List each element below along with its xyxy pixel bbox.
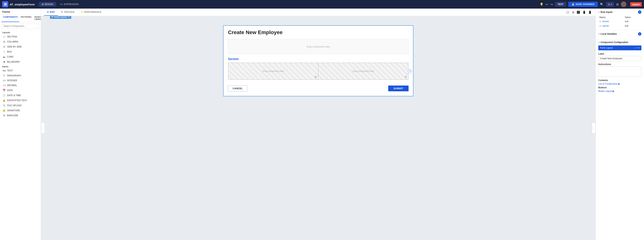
link-out-icon[interactable]: ⤢: [635, 47, 636, 49]
tab-design[interactable]: ⊞ DESIGN: [39, 2, 56, 6]
palette-item-side-by-side[interactable]: ⊟ SIDE BY SIDE: [0, 44, 41, 49]
tab-performance[interactable]: ⚡ PERFORMANCE: [78, 9, 104, 16]
record-link[interactable]: record: [602, 20, 608, 23]
instructions-textarea[interactable]: [598, 66, 642, 77]
form-actions: CANCEL SUBMIT: [228, 83, 408, 91]
view-icons: ⬜ 🖥 ⬛ 📱 📱: [565, 10, 592, 14]
avatar[interactable]: 👤: [621, 1, 626, 7]
palette-item-text[interactable]: Abc TEXT: [0, 68, 41, 73]
form-title: Create New Employee: [228, 29, 408, 35]
config-selected-item: Form Layout ❓ ⤢ ✏: [598, 45, 642, 50]
help-icon: ❓: [622, 47, 625, 49]
expression-icon: </>: [60, 3, 63, 5]
palette-item-paragraph[interactable]: ¶ PARAGRAPH: [0, 73, 41, 78]
buttons-link[interactable]: Button Layout ▶: [598, 90, 614, 92]
view-tablet-land[interactable]: ⬛: [576, 10, 581, 14]
integer-icon: 123: [2, 80, 6, 82]
label-input[interactable]: [598, 56, 642, 61]
form-body: Create New Employee Drop component here …: [224, 26, 413, 96]
editor-toolbar: ✏ EDIT 👁 PREVIEW ⚡ PERFORMANCE ⬜ 🖥 ⬛ 📱 📱: [41, 8, 596, 16]
edit-config-icon[interactable]: ✏: [638, 47, 640, 49]
tab-preview[interactable]: 👁 PREVIEW: [58, 9, 77, 16]
palette: Palette COMPONENTS PATTERNS DESIGN LIBRA…: [0, 8, 41, 240]
contents-title: Contents: [598, 79, 642, 82]
tab-design-library[interactable]: DESIGN LIBRARY: [33, 14, 41, 22]
config-item-icons: ⤢ ✏: [635, 47, 640, 49]
editor-area: ✏ EDIT 👁 PREVIEW ⚡ PERFORMANCE ⬜ 🖥 ⬛ 📱 📱: [41, 8, 596, 240]
buttons-title: Buttons: [598, 86, 642, 89]
rule-inputs-add-button[interactable]: +: [638, 10, 642, 14]
view-tablet[interactable]: 📱: [582, 10, 587, 14]
columns-icon: ⊞: [2, 40, 6, 43]
app-logo: ⊞ AT_employeeForm: [2, 1, 35, 7]
palette-item-box[interactable]: □ BOX: [0, 49, 41, 54]
view-mobile[interactable]: 📱: [588, 10, 592, 14]
palette-item-datetime[interactable]: 🕐 DATE & TIME: [0, 93, 41, 98]
palette-item-file-upload[interactable]: 📎 FILE UPLOAD: [0, 103, 41, 108]
palette-item-section[interactable]: ▭ SECTION: [0, 34, 41, 39]
columns-wrapper: Drop component here 🗑 Drop component her…: [228, 63, 408, 80]
signature-icon: ✍: [2, 109, 6, 112]
palette-item-barcode[interactable]: ⊞ BARCODE: [0, 113, 41, 118]
palette-item-billboard[interactable]: ▮ BILLBOARD: [0, 59, 41, 64]
view-desktop[interactable]: 🖥: [571, 10, 575, 14]
view-desktop-wide[interactable]: ⬜: [565, 10, 570, 14]
cancel-link[interactable]: cancel: [602, 24, 609, 27]
palette-item-date[interactable]: 📅 DATE: [0, 88, 41, 93]
form-canvas: Create New Employee Drop component here …: [223, 25, 414, 96]
column-add-button[interactable]: +: [408, 69, 412, 73]
palette-item-card[interactable]: ▬ CARD: [0, 54, 41, 59]
palette-item-encrypted-text[interactable]: 🔒 ENCRYPTED TEXT: [0, 98, 41, 103]
column-1-delete-icon[interactable]: 🗑: [314, 75, 317, 78]
form-layout-icon: ⊞: [52, 16, 53, 18]
form-layout-dropdown-icon[interactable]: ▼: [68, 16, 70, 18]
cancel-value: null: [624, 24, 641, 28]
lightbulb-icon[interactable]: 💡: [540, 2, 544, 6]
undo-button[interactable]: ↩: [546, 2, 548, 6]
local-variables-add-button[interactable]: +: [638, 32, 642, 36]
local-variables-title: Local Variables: [598, 33, 617, 35]
paragraph-icon: ¶: [2, 74, 6, 77]
file-upload-icon: 📎: [2, 104, 6, 107]
buttons-link-row: Button Layout ▶: [598, 90, 642, 92]
tab-edit[interactable]: ✏ EDIT: [44, 9, 58, 16]
column-drop-2[interactable]: Drop component here 🗑: [318, 63, 408, 80]
palette-tabs: COMPONENTS PATTERNS DESIGN LIBRARY: [0, 14, 41, 22]
zoom-icon[interactable]: 🔍: [600, 2, 604, 6]
preview-icon: 👁: [61, 11, 63, 13]
column-2-delete-icon[interactable]: 🗑: [404, 75, 407, 78]
scroll-right-button[interactable]: ›: [592, 122, 596, 134]
palette-item-columns[interactable]: ⊞ COLUMNS: [0, 39, 41, 44]
palette-item-signature[interactable]: ✍ SIGNATURE: [0, 108, 41, 113]
rule-inputs-section: Rule Inputs + Name Value record: [596, 8, 644, 30]
settings-button[interactable]: ⚙ ▾: [606, 2, 614, 7]
editor-content: ‹ ⊞ Form Layout ▼ Create New Employee Dr…: [41, 16, 596, 240]
test-button[interactable]: TEST: [555, 2, 566, 7]
tab-components[interactable]: COMPONENTS: [2, 14, 19, 22]
tab-expression[interactable]: </> EXPRESSION: [57, 2, 82, 6]
search-input[interactable]: [2, 24, 39, 28]
app-name: AT_employeeForm: [10, 3, 35, 6]
tab-patterns[interactable]: PATTERNS: [19, 14, 33, 22]
palette-search: [0, 22, 41, 30]
date-icon: 📅: [2, 89, 6, 92]
grid-icon[interactable]: ⊞: [616, 2, 619, 6]
column-drop-1[interactable]: Drop component here 🗑: [228, 63, 318, 80]
section-icon: ▭: [2, 35, 6, 38]
palette-item-integer[interactable]: 123 INTEGER: [0, 78, 41, 83]
form-layout-label: Form Layout: [54, 16, 67, 18]
right-panel: Rule Inputs + Name Value record: [596, 8, 644, 240]
redo-button[interactable]: ↪: [550, 2, 553, 6]
performance-icon: ⚡: [80, 11, 83, 13]
cancel-button[interactable]: CANCEL: [228, 85, 248, 91]
submit-button[interactable]: SUBMIT: [388, 85, 408, 91]
drop-zone-main[interactable]: Drop component here: [228, 39, 408, 54]
local-variables-section: Local Variables +: [596, 30, 644, 39]
save-changes-button[interactable]: 💾 SAVE CHANGES: [568, 2, 598, 7]
table-row: record null: [599, 19, 641, 23]
palette-header: Palette: [0, 8, 41, 14]
contents-link[interactable]: List of Components ▶: [598, 83, 620, 85]
scroll-left-button[interactable]: ‹: [41, 122, 45, 134]
palette-item-decimal[interactable]: 4.56 DECIMAL: [0, 83, 41, 88]
label-field-title: Label: [598, 52, 642, 55]
